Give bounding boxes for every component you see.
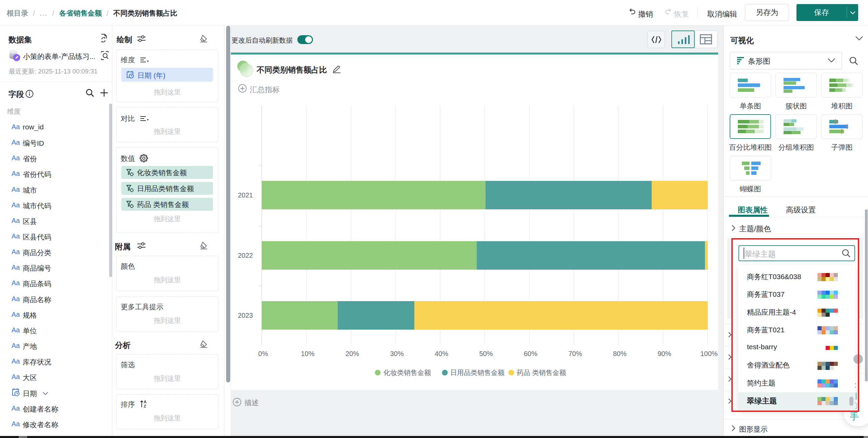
svg-text:40%: 40%	[435, 350, 448, 357]
svg-text:日用品类销售金额: 日用品类销售金额	[450, 369, 505, 376]
svg-text:70%: 70%	[568, 350, 582, 357]
svg-text:0%: 0%	[258, 350, 268, 357]
svg-text:Z: Z	[144, 404, 146, 408]
svg-text:90%: 90%	[657, 350, 671, 357]
svg-text:A: A	[144, 400, 146, 404]
svg-text:20%: 20%	[346, 350, 359, 357]
svg-text:2021: 2021	[238, 191, 253, 199]
svg-text:2022: 2022	[238, 252, 253, 259]
svg-text:50%: 50%	[479, 350, 493, 357]
svg-text:药品 类销售金额: 药品 类销售金额	[517, 369, 566, 376]
svg-text:60%: 60%	[524, 350, 537, 357]
svg-text:30%: 30%	[390, 350, 403, 357]
svg-text:10%: 10%	[301, 350, 314, 357]
svg-text:80%: 80%	[613, 350, 627, 357]
svg-text:2023: 2023	[238, 312, 253, 319]
svg-text:化妆类销售金额: 化妆类销售金额	[383, 369, 431, 376]
svg-text:100%: 100%	[700, 350, 717, 357]
